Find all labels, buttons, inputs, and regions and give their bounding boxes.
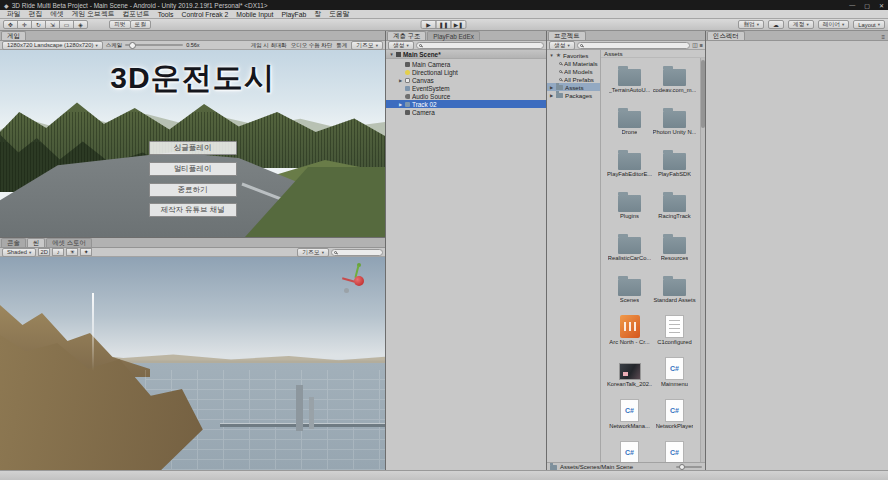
- maximize-on-play-toggle[interactable]: 게임 시 최대화: [251, 42, 287, 49]
- scale-slider[interactable]: [125, 44, 183, 46]
- tab-game[interactable]: 게임: [1, 31, 26, 40]
- hierarchy-item[interactable]: Main Camera: [386, 60, 546, 68]
- hierarchy-search-input[interactable]: [424, 42, 541, 48]
- asset-item[interactable]: Drone: [607, 102, 652, 144]
- scene-audio-toggle[interactable]: ♪: [52, 248, 64, 256]
- hierarchy-item[interactable]: Audio Source: [386, 92, 546, 100]
- maximize-button[interactable]: ▢: [864, 2, 870, 9]
- mute-audio-toggle[interactable]: 오디오 수음 차단: [291, 42, 333, 49]
- project-search-input[interactable]: [585, 42, 687, 48]
- asset-item[interactable]: PlayFabEditorE...: [607, 144, 652, 186]
- asset-item[interactable]: [652, 438, 697, 462]
- asset-item[interactable]: Plugins: [607, 186, 652, 228]
- tab-inspector[interactable]: 인스펙터: [707, 31, 745, 40]
- favorite-search-item[interactable]: All Models: [547, 67, 600, 75]
- play-button[interactable]: ▶: [421, 20, 437, 29]
- rotate-tool-button[interactable]: ↻: [31, 20, 46, 29]
- 2d-toggle[interactable]: 2D: [38, 248, 50, 256]
- menu-item[interactable]: PlayFab: [277, 11, 310, 18]
- asset-item[interactable]: NetworkPlayer: [652, 396, 697, 438]
- game-gizmos-dropdown[interactable]: 기즈모 ▾: [351, 41, 383, 50]
- asset-item[interactable]: KoreanTalk_202...: [607, 354, 652, 396]
- expand-icon[interactable]: ▶: [398, 102, 403, 107]
- scene-orientation-gizmo[interactable]: [339, 263, 375, 299]
- move-tool-button[interactable]: ✛: [17, 20, 32, 29]
- collapse-icon[interactable]: ▼: [389, 52, 394, 57]
- scene-gizmos-dropdown[interactable]: 기즈모 ▾: [297, 248, 329, 257]
- pause-button[interactable]: ❚❚: [436, 20, 452, 29]
- game-menu-button[interactable]: 제작자 유튜브 채널: [149, 203, 237, 217]
- asset-item[interactable]: [607, 438, 652, 462]
- tab-asset-store[interactable]: 에셋 스토어: [46, 238, 92, 247]
- scene-search-input[interactable]: [339, 249, 380, 255]
- collab-dropdown[interactable]: 협업 ▾: [738, 20, 764, 29]
- asset-item[interactable]: codeav.com_m...: [652, 60, 697, 102]
- menu-item[interactable]: 게임 오브젝트: [68, 9, 119, 19]
- menu-item[interactable]: Control Freak 2: [178, 11, 233, 18]
- menu-item[interactable]: Tools: [154, 11, 178, 18]
- favorites-row[interactable]: ▼ ★ Favorites: [547, 51, 600, 59]
- menu-item[interactable]: 에셋: [46, 9, 68, 19]
- game-menu-button[interactable]: 종료하기: [149, 183, 237, 197]
- minimize-button[interactable]: —: [849, 2, 855, 8]
- scrollbar-thumb[interactable]: [701, 60, 705, 128]
- step-button[interactable]: ▶❚: [451, 20, 467, 29]
- asset-item[interactable]: PlayFabSDK: [652, 144, 697, 186]
- expand-icon[interactable]: ▶: [549, 93, 554, 98]
- rect-tool-button[interactable]: ▭: [59, 20, 74, 29]
- expand-icon[interactable]: ▶: [398, 78, 403, 83]
- asset-item[interactable]: Photon Unity N...: [652, 102, 697, 144]
- space-toggle-button[interactable]: 로컬: [130, 20, 152, 29]
- tab-scene[interactable]: 씬: [27, 238, 45, 247]
- menu-item[interactable]: 도움말: [325, 9, 353, 19]
- tab-playfab-edex[interactable]: PlayFab EdEx: [427, 31, 480, 40]
- menu-item[interactable]: 파일: [3, 9, 25, 19]
- assets-root-row[interactable]: ▶ Assets: [547, 83, 600, 91]
- collapse-icon[interactable]: ▼: [549, 53, 554, 58]
- scene-header-row[interactable]: ▼ Main Scene*: [386, 50, 546, 59]
- menu-item[interactable]: Mobile Input: [232, 11, 277, 18]
- thumbnail-size-slider[interactable]: [676, 466, 702, 468]
- game-viewport[interactable]: 3D운전도시 싱글플레이멀티플레이종료하기제작자 유튜브 채널: [0, 50, 385, 237]
- hierarchy-item[interactable]: Camera: [386, 108, 546, 116]
- asset-item[interactable]: Resources: [652, 228, 697, 270]
- columns-icon[interactable]: ◫: [692, 42, 697, 48]
- scene-lighting-toggle[interactable]: ☀: [66, 248, 78, 256]
- favorite-search-item[interactable]: All Prefabs: [547, 75, 600, 83]
- account-dropdown[interactable]: 계정 ▾: [788, 20, 814, 29]
- layout-dropdown[interactable]: Layout ▾: [853, 20, 885, 29]
- game-menu-button[interactable]: 멀티플레이: [149, 162, 237, 176]
- hierarchy-item[interactable]: Directional Light: [386, 68, 546, 76]
- hand-tool-button[interactable]: ✥: [3, 20, 18, 29]
- panel-menu-icon[interactable]: ≡: [700, 42, 703, 48]
- tab-project[interactable]: 프로젝트: [548, 31, 586, 40]
- asset-item[interactable]: _TerrainAutoU...: [607, 60, 652, 102]
- cloud-button[interactable]: ☁: [768, 20, 784, 29]
- menu-item[interactable]: 편집: [25, 9, 47, 19]
- pivot-toggle-button[interactable]: 피벗: [109, 20, 131, 29]
- hierarchy-item[interactable]: EventSystem: [386, 84, 546, 92]
- asset-item[interactable]: Mainmenu: [652, 354, 697, 396]
- expand-icon[interactable]: ▶: [549, 85, 554, 90]
- close-button[interactable]: ✕: [879, 2, 884, 9]
- tab-console[interactable]: 콘솔: [1, 238, 26, 247]
- tab-hierarchy[interactable]: 계층 구조: [387, 31, 426, 40]
- game-menu-button[interactable]: 싱글플레이: [149, 141, 237, 155]
- menu-item[interactable]: 창: [310, 9, 325, 19]
- project-create-dropdown[interactable]: 생성 ▾: [549, 41, 575, 50]
- asset-item[interactable]: Standard Assets: [652, 270, 697, 312]
- asset-item[interactable]: RacingTrack: [652, 186, 697, 228]
- menu-item[interactable]: 컴포넌트: [118, 9, 153, 19]
- asset-item[interactable]: RealisticCarCo...: [607, 228, 652, 270]
- asset-item[interactable]: Arc North - Cr...: [607, 312, 652, 354]
- scale-tool-button[interactable]: ⇲: [45, 20, 60, 29]
- project-scrollbar[interactable]: [700, 58, 705, 462]
- shading-mode-dropdown[interactable]: Shaded ▾: [2, 248, 36, 257]
- hierarchy-item[interactable]: ▶ Track 02: [386, 100, 546, 108]
- layers-dropdown[interactable]: 레이어 ▾: [818, 20, 850, 29]
- aspect-dropdown[interactable]: 1280x720 Landscape (1280x720) ▾: [2, 41, 103, 50]
- stats-toggle[interactable]: 통계: [336, 42, 347, 49]
- hierarchy-item[interactable]: ▶ Canvas: [386, 76, 546, 84]
- asset-item[interactable]: NetworkMana...: [607, 396, 652, 438]
- panel-menu-icon[interactable]: ≡: [881, 34, 888, 40]
